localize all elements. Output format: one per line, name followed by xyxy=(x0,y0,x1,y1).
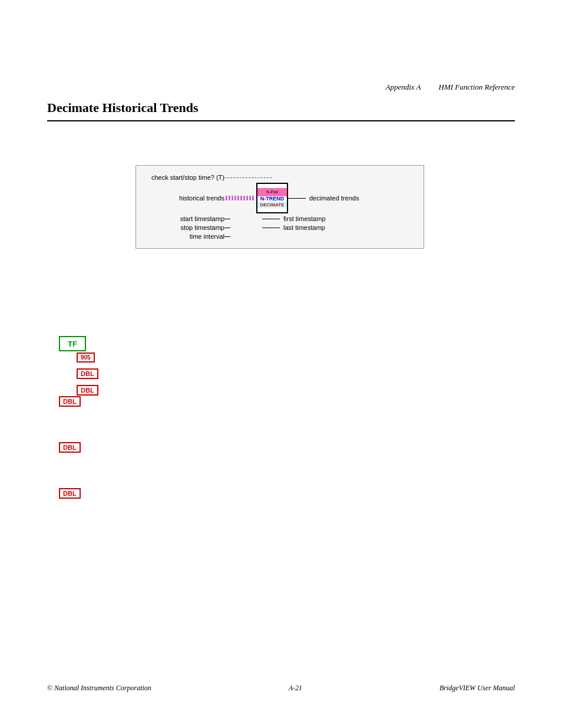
dbl-badge-4: DBL xyxy=(59,442,81,453)
dotted-connector xyxy=(224,177,272,178)
tf-label: TF xyxy=(68,340,77,348)
appendix-label: Appendix A xyxy=(385,83,421,92)
hatched-connector xyxy=(226,196,255,200)
node-mid: N-TREND xyxy=(260,196,285,202)
diagram-row-check: check start/stop time? (T) xyxy=(148,174,412,181)
first-ts-label: first timestamp xyxy=(280,215,326,222)
dbl-badge-1: DBL xyxy=(77,368,98,379)
start-ts-label: start timestamp xyxy=(148,215,224,222)
diagram-row-hist: historical trends N-Flat N-TREND DECIMAT… xyxy=(148,183,412,213)
dbl2-label: DBL xyxy=(81,387,94,394)
diagram-box: check start/stop time? (T) historical tr… xyxy=(135,165,424,249)
footer-left: © National Instruments Corporation xyxy=(47,684,151,693)
stop-line-right xyxy=(262,228,280,228)
node-block: N-Flat N-TREND DECIMATE xyxy=(256,183,288,213)
stop-line-left xyxy=(224,228,230,228)
tf-badge: TF xyxy=(59,336,86,351)
footer-right: BridgeVIEW User Manual xyxy=(439,684,515,693)
page: Appendix A HMI Function Reference Decima… xyxy=(0,0,562,728)
node-bot: DECIMATE xyxy=(257,202,287,208)
time-int-label: time interval xyxy=(148,233,224,240)
diagram-row-stop: stop timestamp last timestamp xyxy=(148,224,412,231)
page-title: Decimate Historical Trends xyxy=(47,100,515,116)
footer-center: A-21 xyxy=(289,684,302,693)
dbl4-label: DBL xyxy=(63,444,77,451)
dbl-badge-3: DBL xyxy=(59,396,81,407)
dbl5-label: DBL xyxy=(63,490,77,497)
dbl-badge-5: DBL xyxy=(59,488,81,499)
node-top: N-Flat xyxy=(257,188,287,196)
hist-trends-label: historical trends xyxy=(148,195,224,202)
page-footer: © National Instruments Corporation A-21 … xyxy=(47,684,515,693)
right-connector-1 xyxy=(288,198,306,199)
diagram-row-start: start timestamp first timestamp xyxy=(148,215,412,222)
start-line-right xyxy=(262,219,280,219)
diagram-row-time: time interval xyxy=(148,233,412,240)
check-label: check start/stop time? (T) xyxy=(148,174,224,181)
start-line-left xyxy=(224,219,230,219)
page-header: Appendix A HMI Function Reference xyxy=(385,83,515,92)
title-section: Decimate Historical Trends xyxy=(47,100,515,121)
decimated-label: decimated trends xyxy=(306,195,359,202)
dbl3-label: DBL xyxy=(63,398,77,405)
badge-905: 905 xyxy=(77,353,95,363)
stop-ts-label: stop timestamp xyxy=(148,224,224,231)
time-line xyxy=(224,236,230,237)
dbl-badge-2: DBL xyxy=(77,385,98,396)
last-ts-label: last timestamp xyxy=(280,224,325,231)
section-title: HMI Function Reference xyxy=(439,83,515,92)
dbl1-label: DBL xyxy=(81,370,94,377)
badge-905-label: 905 xyxy=(81,354,91,361)
title-divider xyxy=(47,120,515,121)
